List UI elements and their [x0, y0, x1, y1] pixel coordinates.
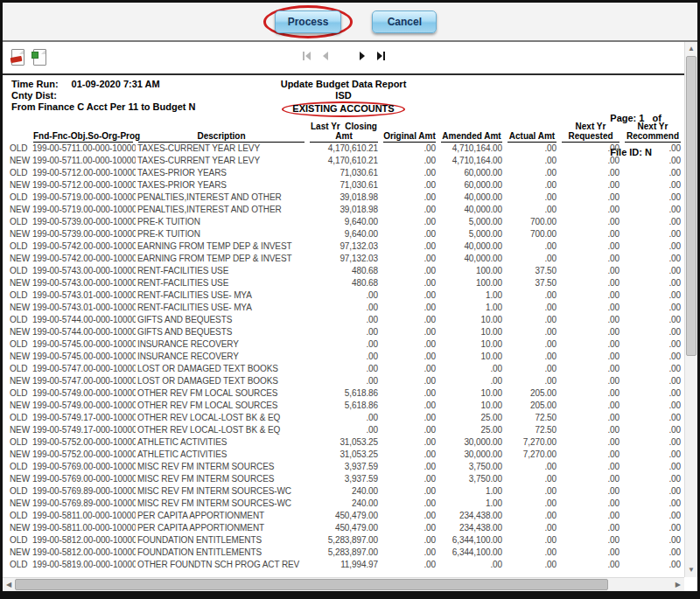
original-amt: .00: [381, 498, 438, 510]
original-amt: .00: [381, 510, 438, 522]
last-yr-closing-amt: 5,283,897.00: [307, 547, 381, 559]
amended-amt: 10.00: [438, 400, 505, 412]
row-status: NEW: [3, 449, 31, 461]
description: TAXES-PRIOR YEARS: [136, 167, 307, 179]
next-yr-recommend: .00: [622, 228, 683, 240]
row-status: NEW: [3, 253, 31, 265]
next-yr-recommend: .00: [622, 534, 683, 547]
previous-page-icon[interactable]: [320, 51, 331, 61]
red-circle-annotation: EXISTING ACCOUNTS: [282, 101, 404, 117]
amended-amt: 100.00: [438, 277, 505, 289]
next-yr-recommend: .00: [622, 253, 683, 265]
scroll-right-icon[interactable]: ▶: [676, 582, 681, 589]
table-row: OLD199-00-5739.00-000-100000PRE-K TUITIO…: [3, 216, 683, 228]
last-yr-closing-amt: 9,640.00: [307, 228, 381, 240]
row-status: NEW: [3, 204, 31, 216]
actual-amt: 700.00: [505, 216, 559, 228]
last-yr-closing-amt: 31,053.25: [307, 449, 381, 461]
account-code: 199-00-5743.01-000-100000: [31, 302, 136, 314]
original-amt: .00: [381, 289, 438, 302]
account-code: 199-00-5769.00-000-100000: [31, 473, 136, 485]
account-code: 199-00-5811.00-000-100000: [31, 510, 136, 522]
original-amt: .00: [381, 277, 438, 289]
original-amt: .00: [381, 179, 438, 192]
last-yr-closing-amt: .00: [307, 363, 381, 375]
scroll-up-icon[interactable]: ▲: [688, 45, 695, 52]
amended-amt: .00: [438, 559, 505, 571]
amended-amt: .00: [438, 375, 505, 387]
table-row: OLD199-00-5811.00-000-100000PER CAPITA A…: [3, 510, 683, 522]
account-code: 199-00-5739.00-000-100000: [31, 228, 136, 240]
row-status: NEW: [3, 302, 31, 314]
next-page-icon[interactable]: [357, 51, 368, 61]
next-yr-recommend: .00: [622, 412, 683, 424]
scroll-left-icon[interactable]: ◀: [6, 582, 11, 589]
original-amt: .00: [381, 265, 438, 277]
original-amt: .00: [381, 436, 438, 449]
row-status: NEW: [3, 547, 31, 559]
row-status: NEW: [3, 400, 31, 412]
vertical-scrollbar[interactable]: ▲ ▼: [684, 42, 697, 577]
account-code: 199-00-5745.00-000-100000: [31, 338, 136, 351]
account-code: 199-00-5747.00-000-100000: [31, 375, 136, 387]
row-status: OLD: [3, 485, 31, 498]
description: ATHLETIC ACTIVITIES: [136, 436, 307, 449]
actual-amt: .00: [505, 351, 559, 363]
amended-amt: 25.00: [438, 412, 505, 424]
actual-amt: .00: [505, 510, 559, 522]
next-yr-requested: .00: [559, 351, 622, 363]
table-row: OLD199-00-5742.00-000-100000EARNING FROM…: [3, 240, 683, 253]
first-page-icon[interactable]: [302, 51, 312, 61]
row-status: OLD: [3, 363, 31, 375]
table-row: NEW199-00-5769.89-000-100000MISC REV FM …: [3, 498, 683, 510]
table-row: NEW199-00-5712.00-000-100000TAXES-PRIOR …: [3, 179, 683, 192]
next-yr-requested: .00: [559, 338, 622, 351]
row-status: NEW: [3, 179, 31, 192]
amended-amt: 5,000.00: [438, 228, 505, 240]
amended-amt: 4,710,164.00: [438, 143, 505, 155]
report-header: Time Run: 01-09-2020 7:31 AM Cnty Dist: …: [3, 75, 684, 117]
scroll-down-icon[interactable]: ▼: [688, 567, 695, 574]
vertical-scroll-thumb[interactable]: [686, 56, 696, 356]
row-status: NEW: [3, 326, 31, 338]
row-status: OLD: [3, 534, 31, 547]
description: RENT-FACILITIES USE: [136, 277, 307, 289]
original-amt: .00: [381, 387, 438, 400]
row-status: NEW: [3, 228, 31, 240]
cancel-button[interactable]: Cancel: [372, 10, 437, 33]
next-yr-recommend: .00: [622, 387, 683, 400]
last-yr-closing-amt: 4,170,610.21: [307, 155, 381, 167]
original-amt: .00: [381, 326, 438, 338]
table-row: NEW199-00-5811.00-000-100000PER CAPITA A…: [3, 522, 683, 534]
last-page-icon[interactable]: [375, 51, 386, 61]
horizontal-scroll-thumb[interactable]: [15, 579, 608, 590]
account-code: 199-00-5812.00-000-100000: [31, 534, 136, 547]
original-amt: .00: [381, 155, 438, 167]
amended-amt: 1.00: [438, 485, 505, 498]
next-yr-recommend: .00: [622, 473, 683, 485]
next-yr-requested: .00: [559, 461, 622, 473]
description: PENALTIES,INTEREST AND OTHER: [136, 192, 307, 204]
actual-amt: .00: [505, 289, 559, 302]
description: TAXES-CURRENT YEAR LEVY: [136, 143, 307, 155]
amended-amt: 10.00: [438, 338, 505, 351]
last-yr-closing-amt: 480.68: [307, 277, 381, 289]
amended-amt: 100.00: [438, 265, 505, 277]
amended-amt: .00: [438, 363, 505, 375]
actual-amt: .00: [505, 143, 559, 155]
next-yr-requested: .00: [559, 326, 622, 338]
account-code: 199-00-5711.00-000-100000: [31, 143, 136, 155]
actual-amt: .00: [505, 375, 559, 387]
actual-amt: .00: [505, 167, 559, 179]
description: TAXES-PRIOR YEARS: [136, 179, 307, 192]
process-button[interactable]: Process: [275, 10, 342, 33]
column-header-original-amt: Original Amt: [381, 122, 438, 143]
description: MISC REV FM INTERM SOURCES-WC: [136, 498, 307, 510]
next-yr-recommend: .00: [622, 498, 683, 510]
original-amt: .00: [381, 485, 438, 498]
next-yr-requested: .00: [559, 400, 622, 412]
original-amt: .00: [381, 351, 438, 363]
column-header-amended-amt: Amended Amt: [438, 122, 505, 143]
description: GIFTS AND BEQUESTS: [136, 326, 307, 338]
horizontal-scrollbar[interactable]: ◀ ▶: [3, 577, 684, 591]
